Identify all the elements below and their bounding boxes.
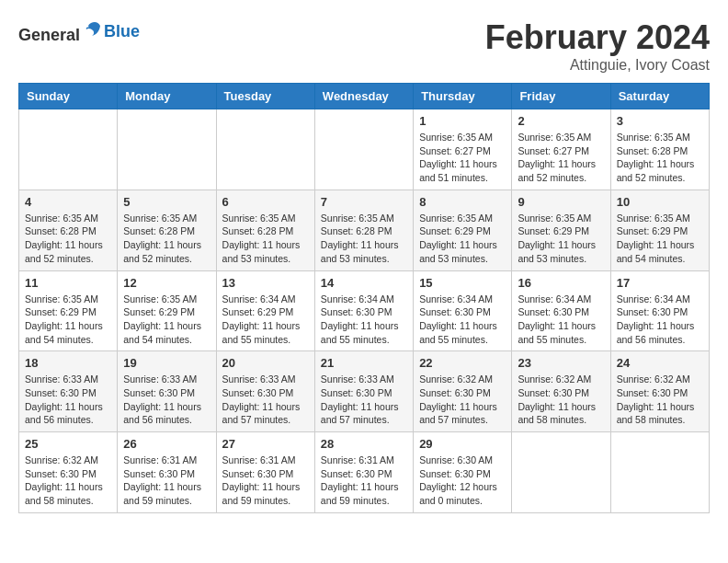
calendar-header-friday: Friday [512,84,610,109]
day-number: 7 [321,195,407,209]
day-detail: Sunrise: 6:35 AM Sunset: 6:29 PM Dayligh… [518,212,604,266]
calendar-cell: 15Sunrise: 6:34 AM Sunset: 6:30 PM Dayli… [414,270,512,351]
calendar-cell [610,432,709,513]
location-title: Attinguie, Ivory Coast [485,57,710,74]
day-detail: Sunrise: 6:32 AM Sunset: 6:30 PM Dayligh… [617,373,703,427]
day-number: 27 [222,437,309,451]
calendar-cell: 28Sunrise: 6:31 AM Sunset: 6:30 PM Dayli… [314,432,413,513]
calendar-week-row: 4Sunrise: 6:35 AM Sunset: 6:28 PM Daylig… [19,190,710,270]
calendar-cell: 14Sunrise: 6:34 AM Sunset: 6:30 PM Dayli… [314,270,413,351]
calendar-header-thursday: Thursday [414,84,512,109]
calendar-cell: 27Sunrise: 6:31 AM Sunset: 6:30 PM Dayli… [216,432,314,513]
day-number: 5 [123,195,210,209]
day-number: 8 [419,195,506,209]
calendar-cell: 5Sunrise: 6:35 AM Sunset: 6:28 PM Daylig… [118,190,216,270]
calendar-cell [19,109,118,190]
day-number: 4 [25,195,111,209]
calendar-cell: 4Sunrise: 6:35 AM Sunset: 6:28 PM Daylig… [19,190,118,270]
calendar-cell: 25Sunrise: 6:32 AM Sunset: 6:30 PM Dayli… [19,432,118,513]
calendar-cell: 6Sunrise: 6:35 AM Sunset: 6:28 PM Daylig… [216,190,314,270]
day-detail: Sunrise: 6:35 AM Sunset: 6:28 PM Dayligh… [321,212,407,266]
calendar-cell: 1Sunrise: 6:35 AM Sunset: 6:27 PM Daylig… [414,109,512,190]
calendar-cell: 13Sunrise: 6:34 AM Sunset: 6:29 PM Dayli… [216,270,314,351]
day-detail: Sunrise: 6:34 AM Sunset: 6:30 PM Dayligh… [518,293,604,347]
calendar-header-row: SundayMondayTuesdayWednesdayThursdayFrid… [19,84,710,109]
day-detail: Sunrise: 6:35 AM Sunset: 6:28 PM Dayligh… [617,131,703,185]
calendar-week-row: 11Sunrise: 6:35 AM Sunset: 6:29 PM Dayli… [19,270,710,351]
day-detail: Sunrise: 6:32 AM Sunset: 6:30 PM Dayligh… [419,373,506,427]
day-detail: Sunrise: 6:35 AM Sunset: 6:28 PM Dayligh… [123,212,210,266]
calendar-cell [216,109,314,190]
calendar-cell: 9Sunrise: 6:35 AM Sunset: 6:29 PM Daylig… [512,190,610,270]
day-number: 15 [419,276,506,290]
day-detail: Sunrise: 6:33 AM Sunset: 6:30 PM Dayligh… [25,373,111,427]
calendar-cell: 12Sunrise: 6:35 AM Sunset: 6:29 PM Dayli… [118,270,216,351]
day-number: 25 [25,437,111,451]
calendar-table: SundayMondayTuesdayWednesdayThursdayFrid… [18,83,710,513]
calendar-cell: 20Sunrise: 6:33 AM Sunset: 6:30 PM Dayli… [216,351,314,432]
day-detail: Sunrise: 6:35 AM Sunset: 6:29 PM Dayligh… [25,293,111,347]
calendar-header-wednesday: Wednesday [314,84,413,109]
day-detail: Sunrise: 6:35 AM Sunset: 6:29 PM Dayligh… [123,293,210,347]
month-title: February 2024 [485,18,710,57]
day-detail: Sunrise: 6:33 AM Sunset: 6:30 PM Dayligh… [222,373,309,427]
day-number: 9 [518,195,604,209]
day-number: 28 [321,437,407,451]
calendar-week-row: 1Sunrise: 6:35 AM Sunset: 6:27 PM Daylig… [19,109,710,190]
calendar-cell: 26Sunrise: 6:31 AM Sunset: 6:30 PM Dayli… [118,432,216,513]
day-number: 12 [123,276,210,290]
day-detail: Sunrise: 6:35 AM Sunset: 6:27 PM Dayligh… [518,131,604,185]
day-detail: Sunrise: 6:30 AM Sunset: 6:30 PM Dayligh… [419,454,506,508]
day-number: 19 [123,356,210,370]
calendar-cell: 19Sunrise: 6:33 AM Sunset: 6:30 PM Dayli… [118,351,216,432]
day-number: 26 [123,437,210,451]
day-number: 2 [518,114,604,128]
calendar-cell: 16Sunrise: 6:34 AM Sunset: 6:30 PM Dayli… [512,270,610,351]
day-detail: Sunrise: 6:35 AM Sunset: 6:29 PM Dayligh… [419,212,506,266]
day-detail: Sunrise: 6:35 AM Sunset: 6:29 PM Dayligh… [617,212,703,266]
calendar-cell: 11Sunrise: 6:35 AM Sunset: 6:29 PM Dayli… [19,270,118,351]
calendar-header-saturday: Saturday [610,84,709,109]
day-number: 10 [617,195,703,209]
day-number: 20 [222,356,309,370]
calendar-week-row: 18Sunrise: 6:33 AM Sunset: 6:30 PM Dayli… [19,351,710,432]
calendar-title-area: February 2024 Attinguie, Ivory Coast [485,18,710,74]
day-detail: Sunrise: 6:34 AM Sunset: 6:30 PM Dayligh… [617,293,703,347]
calendar-header-tuesday: Tuesday [216,84,314,109]
calendar-cell: 8Sunrise: 6:35 AM Sunset: 6:29 PM Daylig… [414,190,512,270]
day-detail: Sunrise: 6:35 AM Sunset: 6:27 PM Dayligh… [419,131,506,185]
day-detail: Sunrise: 6:31 AM Sunset: 6:30 PM Dayligh… [123,454,210,508]
day-detail: Sunrise: 6:31 AM Sunset: 6:30 PM Dayligh… [321,454,407,508]
day-number: 16 [518,276,604,290]
day-detail: Sunrise: 6:34 AM Sunset: 6:29 PM Dayligh… [222,293,309,347]
day-detail: Sunrise: 6:35 AM Sunset: 6:28 PM Dayligh… [222,212,309,266]
day-number: 6 [222,195,309,209]
calendar-cell: 23Sunrise: 6:32 AM Sunset: 6:30 PM Dayli… [512,351,610,432]
calendar-cell: 24Sunrise: 6:32 AM Sunset: 6:30 PM Dayli… [610,351,709,432]
day-number: 11 [25,276,111,290]
calendar-cell: 7Sunrise: 6:35 AM Sunset: 6:28 PM Daylig… [314,190,413,270]
day-number: 24 [617,356,703,370]
day-number: 14 [321,276,407,290]
calendar-cell: 3Sunrise: 6:35 AM Sunset: 6:28 PM Daylig… [610,109,709,190]
calendar-cell: 21Sunrise: 6:33 AM Sunset: 6:30 PM Dayli… [314,351,413,432]
day-detail: Sunrise: 6:33 AM Sunset: 6:30 PM Dayligh… [321,373,407,427]
logo-text-general: General [18,26,80,44]
calendar-cell: 10Sunrise: 6:35 AM Sunset: 6:29 PM Dayli… [610,190,709,270]
logo-bird-icon [82,18,104,40]
calendar-cell: 22Sunrise: 6:32 AM Sunset: 6:30 PM Dayli… [414,351,512,432]
day-number: 3 [617,114,703,128]
page-header: General Blue February 2024 Attinguie, Iv… [18,18,710,74]
calendar-cell [512,432,610,513]
calendar-header-sunday: Sunday [19,84,118,109]
calendar-week-row: 25Sunrise: 6:32 AM Sunset: 6:30 PM Dayli… [19,432,710,513]
calendar-cell: 17Sunrise: 6:34 AM Sunset: 6:30 PM Dayli… [610,270,709,351]
calendar-cell: 29Sunrise: 6:30 AM Sunset: 6:30 PM Dayli… [414,432,512,513]
calendar-cell [118,109,216,190]
calendar-cell: 2Sunrise: 6:35 AM Sunset: 6:27 PM Daylig… [512,109,610,190]
calendar-header-monday: Monday [118,84,216,109]
day-detail: Sunrise: 6:34 AM Sunset: 6:30 PM Dayligh… [321,293,407,347]
day-detail: Sunrise: 6:31 AM Sunset: 6:30 PM Dayligh… [222,454,309,508]
day-detail: Sunrise: 6:33 AM Sunset: 6:30 PM Dayligh… [123,373,210,427]
logo-text-blue: Blue [104,22,140,40]
